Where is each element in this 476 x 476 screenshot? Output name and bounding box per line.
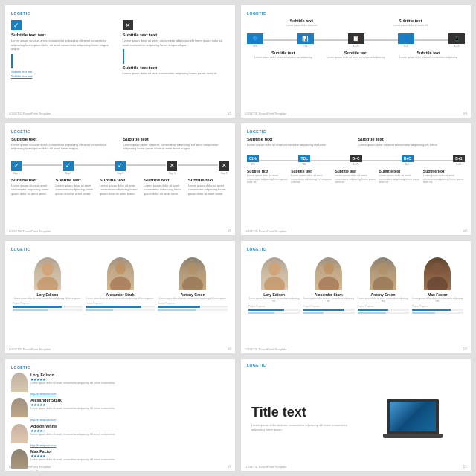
list-link-alex[interactable]: http://loremipsum.com	[30, 419, 56, 422]
svg-point-3	[110, 277, 131, 290]
svg-point-13	[427, 277, 448, 290]
slide-9: LOGETIC Lory Edison ★★★★★ Lorem ipsum do…	[4, 358, 236, 472]
slide1-col1-title: Subtitle text text	[11, 33, 118, 37]
progress-fill-antony2	[158, 309, 196, 311]
list-text-max2: Lorem ipsum dolor sit amet, consectetur …	[30, 458, 229, 462]
slide-8: LOGETIC Lory Edison Lorem ipsum dolor si…	[240, 240, 472, 354]
slide7-number: x9	[228, 347, 231, 351]
slide3-brand: LOGETIC	[11, 129, 229, 134]
slide10-subtitle: Lorem ipsum dolor sit amet, consectetur …	[251, 423, 356, 431]
s4-b5-text: Lorem ipsum dolor sit amet consectetur a…	[423, 174, 465, 184]
s3-b4-text: Lorem ipsum dolor sit amet consectetur a…	[144, 184, 184, 196]
s2-bot3-text: Lorem ipsum dolor sit amet consectetur a…	[393, 56, 463, 60]
s3-col2-title: Subtitle text	[123, 137, 230, 141]
slides-grid: LOGETIC ✓ Subtitle text text Lorem ipsum…	[0, 0, 476, 476]
s4-b1-title: Subtitle text	[247, 169, 289, 173]
svg-point-9	[318, 277, 339, 290]
photo-lory2	[261, 257, 288, 290]
slide3-number: x5	[228, 228, 231, 233]
slide10-right	[361, 399, 466, 438]
s3-col1-text: Lorem ipsum dolor sit amet, consectetur …	[11, 143, 118, 151]
progress-lory: Project Progress	[13, 302, 83, 312]
laptop-screen-display	[390, 402, 436, 431]
slide8-number: 10	[463, 347, 467, 351]
s3-b1-text: Lorem ipsum dolor sit amet consectetur a…	[11, 184, 52, 196]
slide10-footer: LOGETIC PowerPoint Template	[245, 465, 286, 469]
list-link-adison[interactable]: http://loremipsum.com	[30, 444, 56, 447]
photo-antony	[179, 257, 206, 290]
slide1-footer: LOGETIC PowerPoint Template	[9, 112, 51, 115]
s3-b5-text: Lorem ipsum dolor sit amet consectetur a…	[188, 184, 229, 196]
progress-fill-lory1	[13, 306, 62, 308]
slide10-title: Title text	[251, 405, 356, 420]
slide2-footer: LOGETIC PowerPoint Template	[245, 112, 286, 115]
s4-n5: B+1	[453, 155, 465, 162]
svg-point-4	[187, 263, 198, 274]
slide9-number: x9	[228, 464, 231, 469]
s3-col1-title: Subtitle text	[11, 137, 118, 141]
s2-bot2-text: Lorem ipsum dolor sit amet consectetur a…	[321, 56, 391, 60]
s4-b4-text: Lorem ipsum dolor sit amet consectetur a…	[379, 174, 421, 184]
s4-b3-text: Lorem ipsum dolor sit amet consectetur a…	[335, 174, 376, 184]
s2-bot3-title: Subtitle text	[393, 51, 463, 55]
list-text-adison: Lorem ipsum dolor sit amet, consectetur …	[30, 433, 229, 437]
svg-point-6	[268, 263, 280, 276]
slide1-link1[interactable]: Subtitle text text	[11, 70, 118, 74]
s4-b1-text: Lorem ipsum dolor sit amet consectetur a…	[247, 174, 289, 184]
text-lory: Lorem ipsum dolor sit amet, consectetur …	[14, 298, 81, 300]
s4-n4: B+C	[402, 155, 414, 162]
svg-point-2	[115, 263, 126, 274]
s3-b4-title: Subtitle text	[144, 178, 184, 182]
slide10-number: 11	[463, 464, 467, 469]
laptop-graphic	[383, 399, 443, 438]
list-member-alex: Alexander Stark ★★★★★ Lorem ipsum dolor …	[11, 398, 229, 424]
tbox-1: 🔷	[247, 33, 263, 44]
slide-2: LOGETIC Subtitle text Lorem ipsum dolor …	[240, 4, 472, 118]
progress-fill-antony1	[158, 306, 199, 308]
slide-3: LOGETIC Subtitle text Lorem ipsum dolor …	[4, 123, 236, 237]
progress-antony: Project Progress	[158, 302, 228, 312]
photo-max	[424, 257, 451, 290]
svg-point-1	[37, 277, 58, 290]
member-antony: Antony Green Lorem ipsum dolor sit amet,…	[158, 257, 228, 312]
list-photo-adison	[11, 424, 28, 443]
ct-cross2: ✕	[219, 161, 229, 171]
ct-check3: ✓	[115, 161, 126, 171]
s4-b4-title: Subtitle text	[379, 169, 421, 173]
slide1-col1-text: Lorem ipsum dolor sit amet, consectetur …	[11, 39, 118, 51]
slide9-footer: LOGETIC PowerPoint Template	[9, 465, 51, 469]
list-member-lory: Lory Edison ★★★★★ Lorem ipsum dolor sit …	[11, 373, 229, 399]
laptop-base	[383, 434, 443, 438]
progress-fill-lory2	[13, 309, 48, 311]
list-link-lory[interactable]: http://loremipsum.com	[30, 393, 56, 396]
divider-2	[123, 49, 124, 64]
tbox-2: 📊	[298, 33, 314, 44]
text-max: Lorem ipsum dolor sit amet, consectetur …	[412, 298, 463, 303]
slide1-col2-text2: Lorem ipsum dolor sit amet consectetur a…	[123, 71, 230, 76]
text-antony: Lorem ipsum dolor sit amet, consectetur …	[159, 298, 226, 300]
member-alex2: Alexander Stark Lorem ipsum dolor sit am…	[303, 257, 354, 315]
s2-top1-text: Lorem ipsum dolor sit amet	[248, 24, 355, 28]
slide7-footer: LOGETIC PowerPoint Template	[9, 347, 51, 351]
slide3-footer: LOGETIC PowerPoint Template	[9, 229, 51, 233]
slide-10: LOGETIC Title text Lorem ipsum dolor sit…	[240, 358, 472, 472]
s3-b2-title: Subtitle text	[55, 178, 96, 182]
list-photo-lory	[11, 373, 28, 392]
list-link-max2[interactable]: http://loremipsum.com	[30, 470, 56, 472]
svg-point-8	[324, 263, 334, 274]
slide4-brand: LOGETIC	[247, 129, 465, 134]
tbox-5: 📱	[448, 33, 465, 44]
svg-point-0	[42, 263, 54, 276]
progress-alex: Project Progress	[86, 302, 155, 312]
ct-check2: ✓	[63, 161, 74, 171]
slide-7: LOGETIC Lory Edison Lorem ipsum dolor si…	[4, 240, 236, 354]
slide1-number: x3	[228, 111, 231, 115]
list-text-lory: Lorem ipsum dolor sit amet, consectetur …	[30, 382, 229, 385]
s2-bot1-title: Subtitle text	[248, 51, 318, 55]
slide1-col2-subtitle: Subtitle text text	[123, 65, 230, 70]
s4-n1: 01%	[247, 155, 259, 162]
slide1-col2-title: Subtitle text text	[123, 33, 230, 37]
s2-top1-title: Subtitle text	[248, 19, 355, 23]
slide1-link2[interactable]: Subtitle text text	[11, 74, 118, 78]
s4-b2-text: Lorem ipsum dolor sit amet consectetur a…	[291, 174, 332, 184]
